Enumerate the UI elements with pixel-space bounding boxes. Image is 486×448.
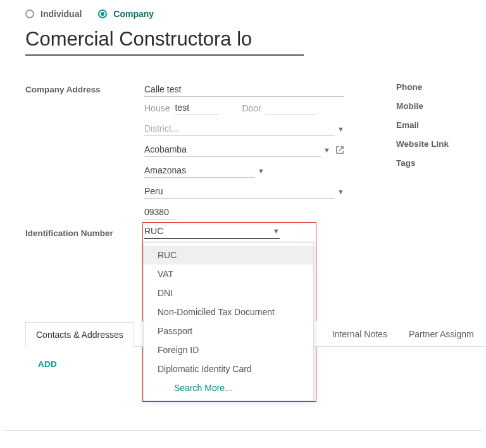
chevron-down-icon[interactable]: ▼ (337, 125, 344, 133)
radio-company[interactable] (98, 9, 107, 18)
dropdown-option[interactable]: Passport (144, 321, 313, 340)
identification-number-label: Identification Number (25, 226, 144, 239)
country-select[interactable] (144, 184, 335, 199)
dropdown-option[interactable]: VAT (144, 264, 313, 283)
dropdown-option[interactable]: Foreign ID (144, 340, 313, 359)
district-select[interactable] (144, 121, 335, 136)
dropdown-search-more[interactable]: Search More... (144, 378, 313, 397)
email-label: Email (396, 120, 449, 130)
external-link-icon[interactable] (335, 146, 344, 154)
identification-type-value: RUC (144, 226, 270, 236)
dropdown-option[interactable]: RUC (144, 246, 313, 264)
radio-individual-label: Individual (40, 9, 82, 19)
dropdown-option[interactable]: Non-Domiciled Tax Document (144, 302, 313, 321)
phone-label: Phone (396, 82, 449, 92)
chevron-down-icon[interactable]: ▼ (337, 188, 344, 196)
tags-label: Tags (396, 158, 449, 168)
mobile-label: Mobile (396, 101, 449, 111)
add-button[interactable]: ADD (38, 359, 57, 369)
house-input[interactable] (175, 101, 219, 115)
zip-input[interactable] (144, 205, 177, 220)
radio-individual[interactable] (25, 9, 34, 18)
website-label: Website Link (396, 139, 449, 149)
dropdown-option[interactable]: Diplomatic Identity Card (144, 359, 313, 378)
door-input[interactable] (265, 101, 316, 115)
dropdown-option[interactable]: DNI (144, 283, 313, 302)
company-address-label: Company Address (25, 82, 144, 220)
divider (4, 430, 482, 431)
tab-partner-assignment[interactable]: Partner Assignm (398, 321, 485, 346)
chevron-down-icon[interactable]: ▼ (258, 167, 265, 175)
door-label: Door (242, 103, 261, 115)
radio-company-label: Company (113, 9, 154, 19)
house-label: House (144, 103, 170, 115)
city-select[interactable] (144, 142, 321, 157)
chevron-down-icon[interactable]: ▼ (323, 146, 330, 154)
tab-internal-notes[interactable]: Internal Notes (321, 321, 398, 346)
state-select[interactable] (144, 163, 255, 178)
chevron-down-icon: ▼ (273, 227, 280, 235)
street-input[interactable] (144, 82, 344, 97)
identification-type-dropdown: RUC VAT DNI Non-Domiciled Tax Document P… (143, 242, 314, 401)
identification-type-select[interactable]: RUC ▼ (144, 226, 280, 239)
tab-contacts-addresses[interactable]: Contacts & Addresses (25, 322, 134, 347)
company-name-input[interactable] (25, 27, 304, 56)
